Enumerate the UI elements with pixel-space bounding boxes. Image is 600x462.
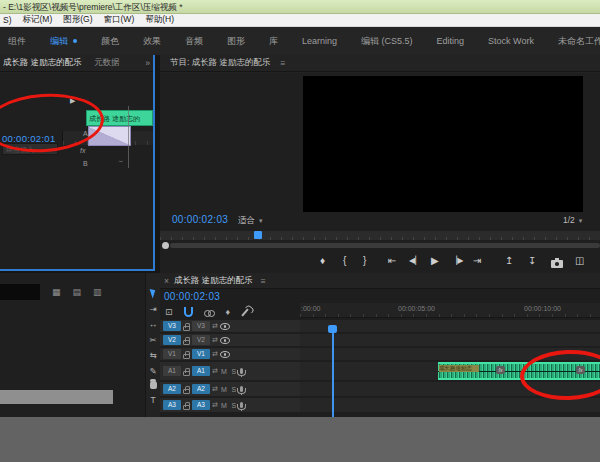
slip-tool-icon[interactable]: ⇆	[149, 350, 156, 360]
hand-tool-icon[interactable]	[150, 381, 157, 389]
workspace-tab-unnamed[interactable]: 未命名工作区	[558, 35, 600, 48]
project-panel-scrollbar[interactable]	[0, 390, 113, 404]
scrollbar-thumb[interactable]	[103, 270, 147, 271]
lock-icon[interactable]	[183, 405, 190, 410]
go-to-out-button[interactable]: ⇥	[473, 254, 481, 268]
track-target-a3[interactable]: A3	[192, 400, 210, 410]
workspace-tab-audio[interactable]: 音频	[185, 35, 203, 48]
track-lane-v2[interactable]	[300, 334, 600, 346]
program-mini-ruler[interactable]	[160, 231, 600, 240]
step-forward-button[interactable]: ▕▶	[451, 254, 463, 268]
track-target-v2[interactable]: V2	[192, 335, 210, 345]
tab-overflow-icon[interactable]: »	[145, 58, 150, 68]
lock-icon[interactable]	[183, 354, 190, 359]
source-patch-v1[interactable]: V1	[163, 349, 181, 359]
workspace-tab-libraries[interactable]: 库	[269, 35, 278, 48]
tab-source-clip[interactable]: 成长路 途励志的配乐	[3, 57, 82, 69]
resolution-dropdown[interactable]: 1/2▾	[563, 215, 582, 225]
workspace-tab-editing-active[interactable]: 编辑	[50, 35, 77, 48]
track-target-a1[interactable]: A1	[192, 366, 210, 376]
scrollbar-knob-left[interactable]	[103, 271, 109, 272]
track-lane-v3[interactable]	[300, 320, 600, 332]
razor-tool-icon[interactable]: ✂	[149, 335, 156, 345]
tab-metadata[interactable]: 元数据	[94, 57, 120, 69]
ripple-edit-tool-icon[interactable]: ↔	[149, 319, 158, 329]
add-marker-button[interactable]: ♦	[320, 254, 325, 268]
sync-lock-icon[interactable]: ⇄	[212, 350, 218, 358]
linked-selection-icon[interactable]	[204, 309, 215, 316]
zoom-scroll-knob[interactable]	[162, 242, 169, 249]
workspace-tab-stock-work[interactable]: Stock Work	[488, 36, 534, 46]
voiceover-mic-icon[interactable]	[240, 368, 243, 374]
tab-sequence[interactable]: 成长路 途励志的配乐	[174, 275, 253, 287]
fit-dropdown[interactable]: 适合▾	[238, 215, 263, 227]
sync-lock-icon[interactable]: ⇄	[212, 401, 218, 409]
panel-menu-icon[interactable]: ≡	[281, 58, 286, 68]
menu-item-markers[interactable]: 标记(M)	[23, 14, 53, 26]
workspace-tab-learning[interactable]: Learning	[302, 36, 337, 46]
extract-button[interactable]: ↧	[528, 254, 536, 268]
fx-badge[interactable]: fx	[496, 366, 505, 374]
sync-lock-icon[interactable]: ⇄	[212, 385, 218, 393]
tab-program[interactable]: 节目: 成长路 途励志的配乐	[170, 57, 271, 69]
timeline-current-timecode[interactable]: 00:00:02:03	[164, 291, 220, 302]
panel-menu-icon[interactable]: ≡	[261, 276, 266, 286]
lock-icon[interactable]	[183, 371, 190, 376]
type-tool-icon[interactable]: T	[150, 395, 155, 405]
snap-icon[interactable]	[184, 307, 193, 317]
selection-tool-icon[interactable]	[149, 287, 157, 298]
program-current-timecode[interactable]: 00:00:02:03	[172, 214, 228, 225]
workspace-tab-editing-cs55[interactable]: 编辑 (CS5.5)	[361, 35, 413, 48]
menu-item-window[interactable]: 窗口(W)	[104, 14, 135, 26]
menu-item-help[interactable]: 帮助(H)	[145, 14, 174, 26]
lift-button[interactable]: ↥	[505, 254, 513, 268]
source-patch-a2[interactable]: A2	[163, 384, 181, 394]
lock-icon[interactable]	[183, 326, 190, 331]
lock-icon[interactable]	[183, 389, 190, 394]
effect-controls-scrollbar[interactable]	[62, 270, 153, 271]
source-patch-a3[interactable]: A3	[163, 400, 181, 410]
source-patch-a1[interactable]: A1	[163, 366, 181, 376]
track-target-a2[interactable]: A2	[192, 384, 210, 394]
workspace-tab-assembly[interactable]: 组件	[8, 35, 26, 48]
scrollbar-knob-right[interactable]	[141, 271, 147, 272]
go-to-in-button[interactable]: ⇤	[388, 254, 396, 268]
workspace-tab-color[interactable]: 颜色	[101, 35, 119, 48]
workspace-tab-effects[interactable]: 效果	[143, 35, 161, 48]
project-view-icon-3[interactable]: ▥	[93, 287, 102, 297]
toggle-track-output-eye-icon[interactable]	[220, 323, 230, 330]
play-button[interactable]: ▶	[431, 254, 439, 268]
mute-button[interactable]: M	[220, 402, 228, 409]
sync-lock-icon[interactable]: ⇄	[212, 322, 218, 330]
lock-icon[interactable]	[183, 340, 190, 345]
toggle-track-output-eye-icon[interactable]	[220, 351, 230, 358]
program-zoom-scrollbar[interactable]	[170, 243, 600, 248]
menu-item-sequence-partial[interactable]: S)	[3, 15, 12, 25]
track-target-v3[interactable]: V3	[192, 321, 210, 331]
project-view-icon-1[interactable]: ▦	[52, 287, 61, 297]
mark-out-button[interactable]: }	[363, 254, 366, 268]
export-frame-camera-icon[interactable]	[551, 260, 563, 268]
voiceover-mic-icon[interactable]	[240, 386, 243, 392]
step-back-button[interactable]: ◀▏	[409, 254, 421, 268]
track-target-v1[interactable]: V1	[192, 349, 210, 359]
close-icon[interactable]: ×	[164, 276, 169, 286]
workspace-tab-graphics[interactable]: 图形	[227, 35, 245, 48]
program-playhead[interactable]	[254, 231, 262, 239]
comparison-view-button[interactable]: ◫	[575, 254, 584, 268]
mark-in-button[interactable]: {	[343, 254, 346, 268]
sync-lock-icon[interactable]: ⇄	[212, 336, 218, 344]
window-titlebar[interactable]: - E:\1影视区\视频号\premiere\工作区\压缩视频 *	[0, 0, 600, 14]
add-marker-icon[interactable]: ♦	[226, 307, 231, 317]
workspace-menu-dot[interactable]	[73, 39, 77, 43]
menu-item-graphics[interactable]: 图形(G)	[63, 14, 92, 26]
program-video-frame[interactable]	[303, 76, 583, 212]
workspace-tab-editing-en[interactable]: Editing	[437, 36, 465, 46]
toggle-track-output-eye-icon[interactable]	[220, 337, 230, 344]
timeline-settings-wrench-icon[interactable]	[241, 308, 248, 316]
project-view-icon-2[interactable]: ▤	[73, 287, 82, 297]
track-select-forward-tool-icon[interactable]: ⇥	[149, 304, 156, 314]
timeline-playhead[interactable]	[328, 325, 337, 333]
insert-overwrite-icon[interactable]: ⊡	[165, 307, 173, 317]
sync-lock-icon[interactable]: ⇄	[212, 367, 218, 375]
